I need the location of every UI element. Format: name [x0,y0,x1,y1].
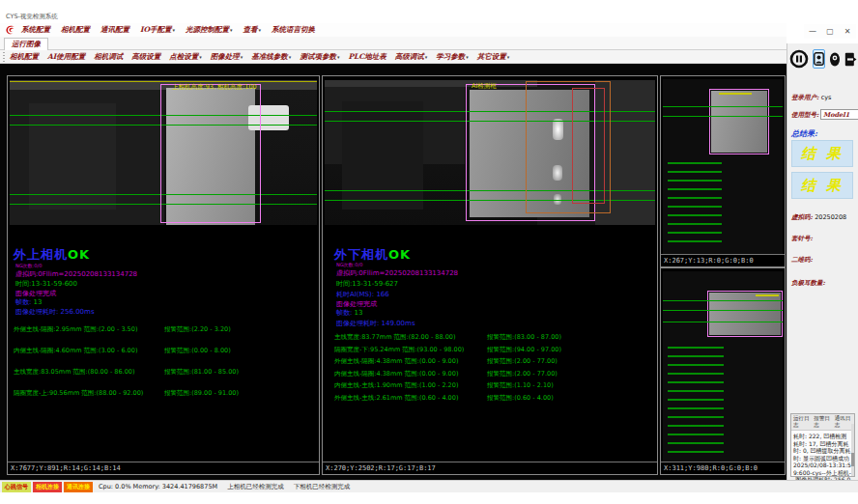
toolbar-item[interactable]: 测试项参数▾ [300,52,339,62]
barcode-line: 虚拟码:0Fllim=20250208133134728 [15,269,137,279]
upper-camera-status: 上相机已经检测完成 [227,483,284,491]
menu-item[interactable]: IO手配置▾ [140,25,175,35]
toolbar: 相机配置 AI使用配置 相机调试 高级设置 点检设置▾ 图像处理▾ 基准线参数▾… [0,50,786,64]
camera-panel-lower: AI检测框 外下相机OK NG次数:0/0 虚拟码:0Fllim=2025020… [322,75,658,475]
menu-item[interactable]: 系统配置 [21,25,50,35]
thumbnail-panel-bottom: X:311;Y:980;R:0;G:0;B:0 [660,267,786,475]
result-badge: 结 果 [791,140,853,167]
status-badge: 通讯连接 [64,482,93,492]
camera-live-button[interactable] [813,49,825,69]
workspace: 上相机高度:93, 相机高度:100 外上相机OK NG次数:0/0 虚拟码:0… [0,64,786,480]
chevron-down-icon: ▾ [425,54,428,60]
ng-counter: NG次数:0/0 [15,263,42,268]
log-text[interactable]: 耗时: 222, 凹槽检测耗时: 17, 凹槽分离耗时: 0, 凹槽提取分离耗时… [791,431,854,483]
tab-run-image[interactable]: 运行图像 [4,38,48,50]
toolbar-item[interactable]: AI使用配置 [47,52,85,62]
measurement-row: 主线宽度:83.77mm 范围:(82.00 - 88.00) 报警范围:(83… [334,333,655,346]
toolbar-item[interactable]: 相机配置 [10,52,39,62]
pixel-coordinates-bar: X:311;Y:980;R:0;G:0;B:0 [661,462,785,474]
close-button[interactable]: ✕ [839,24,856,39]
pixel-coordinates-bar: X:267;Y:13;R:0;G:0;B:0 [661,254,785,266]
status-ok: OK [68,247,90,262]
pause-button[interactable] [789,48,809,70]
measurement-list: 主线宽度:83.77mm 范围:(82.00 - 88.00) 报警范围:(83… [334,333,655,406]
chevron-down-icon: ▾ [173,27,176,33]
measurement-row: 内侧主线-隔圈:4.60mm 范围:(3.00 - 6.00) 报警范围:(0.… [14,347,317,368]
overlay-line [10,81,317,82]
menu-item[interactable]: 光源控制配置▾ [186,25,233,35]
measurement-row: 外侧主线-隔圈:2.95mm 范围:(2.00 - 3.50) 报警范围:(2.… [14,325,317,347]
total-result-label: 总结果: [791,128,817,139]
menu-items: 系统配置 相机配置 通讯配置 IO手配置▾ 光源控制配置▾ 查看▾ 系统语言切换 [21,23,315,37]
menu-item[interactable]: 通讯配置 [100,25,129,35]
overlay-line [663,300,783,301]
chevron-down-icon: ▾ [199,54,202,60]
needle-number-row: 套针号: [791,235,813,243]
minimize-button[interactable]: — [804,24,821,39]
chevron-down-icon: ▾ [337,54,340,60]
roi-rectangle [160,84,261,223]
thumbnail-panel-top: X:267;Y:13;R:0;G:0;B:0 [660,75,786,267]
exit-button[interactable] [844,49,857,69]
toolbar-item[interactable]: 相机调试 [94,52,123,62]
toolbar-item[interactable]: 学习参数▾ [436,52,469,62]
ai-detect-label: AI检测框 [472,82,497,91]
toolbar-item[interactable]: PLC地址表 [348,52,386,62]
maximize-button[interactable]: ▢ [821,24,839,39]
menu-item[interactable]: 系统语言切换 [272,25,315,35]
camera-view-lower[interactable]: AI检测框 [325,80,655,225]
log-tabs: 运行日志报警日志通讯日志 [791,414,854,431]
log-scrollbar[interactable] [851,424,854,476]
defect-roi-rectangle [572,88,605,204]
snapshot-button[interactable] [829,49,841,69]
overlay-label [719,93,752,95]
camera-panel-upper: 上相机高度:93, 相机高度:100 外上相机OK NG次数:0/0 虚拟码:0… [7,75,320,475]
toolbar-items: 相机配置 AI使用配置 相机调试 高级设置 点检设置▾ 图像处理▾ 基准线参数▾… [10,52,509,62]
app-window: CYS-视觉检测系统 系统配置 相机配置 通讯配置 IO手配置▾ 光源控制配置▾… [0,0,858,504]
camera-view-upper[interactable]: 上相机高度:93, 相机高度:100 [10,80,317,225]
toolbar-item[interactable]: 点检设置▾ [169,52,202,62]
log-tab[interactable]: 运行日志 [793,415,811,429]
pixel-coordinates-bar: X:7677;Y:891;R:14;G:14;B:14 [8,462,319,474]
status-badge: 心跳信号 [2,482,31,492]
toolbar-item[interactable]: 图像处理▾ [211,52,243,62]
toolbar-item[interactable]: 高级调试▾ [395,52,428,62]
toolbar-drag-handle[interactable] [3,52,5,62]
window-title: CYS-视觉检测系统 [6,13,58,21]
thumbnail-view-bottom[interactable] [663,271,783,462]
chevron-down-icon: ▾ [466,54,469,60]
overlay-line [663,116,783,117]
app-logo-icon [5,24,16,36]
chevron-down-icon: ▾ [259,27,262,33]
tab-strip: 运行图像 [0,37,786,50]
menu-item[interactable]: 查看▾ [243,25,262,35]
overlay-line [663,310,783,311]
model-select[interactable]: Model1 [820,109,858,120]
toolbar-item[interactable]: 高级设置 [131,52,160,62]
machinery-silhouette [342,101,423,210]
roi-rectangle [709,89,769,154]
menu-item[interactable]: 相机配置 [61,25,90,35]
login-user-row: 登录用户: cys [791,94,831,102]
tab-count-row: 负极耳数量: [791,279,825,288]
status-ok: OK [388,247,411,262]
cpu-memory-readout: Cpu: 0.0% Memory: 3424.41796875M [99,483,217,490]
qr-code-row: 二维码: [791,256,813,265]
overlay-label: 上相机高度:93, 相机高度:100 [172,83,257,92]
measurement-row: 内侧主线-隔圈:4.38mm 范围:(0.00 - 9.00) 报警范围:(2.… [334,370,655,382]
measurement-row: 内侧主线-主线:1.90mm 范围:(1.00 - 2.20) 报警范围:(1.… [334,381,655,394]
log-tab[interactable]: 通讯日志 [835,415,852,429]
frame-count-line: 帧数: 13 [336,308,363,318]
log-tab[interactable]: 报警日志 [814,415,831,429]
overlay-line [663,322,783,322]
result-text-mini [668,162,722,249]
status-badge: 相机连接 [33,482,62,492]
thumbnail-view-top[interactable] [663,79,783,255]
elapsed-line: 图像处理耗时: 149.00ms [336,319,415,328]
login-user-value: cys [821,94,832,101]
elapsed-line: 图像处理耗时: 256.00ms [15,307,95,317]
pixel-coordinates-bar: X:270;Y:2502;R:17;G:17;B:17 [323,462,657,474]
toolbar-item[interactable]: 其它设置▾ [477,52,510,62]
measurement-row: 隔圈宽度-下:95.24mm 范围:(93.00 - 98.00) 报警范围:(… [334,346,655,358]
toolbar-item[interactable]: 基准线参数▾ [251,52,291,62]
